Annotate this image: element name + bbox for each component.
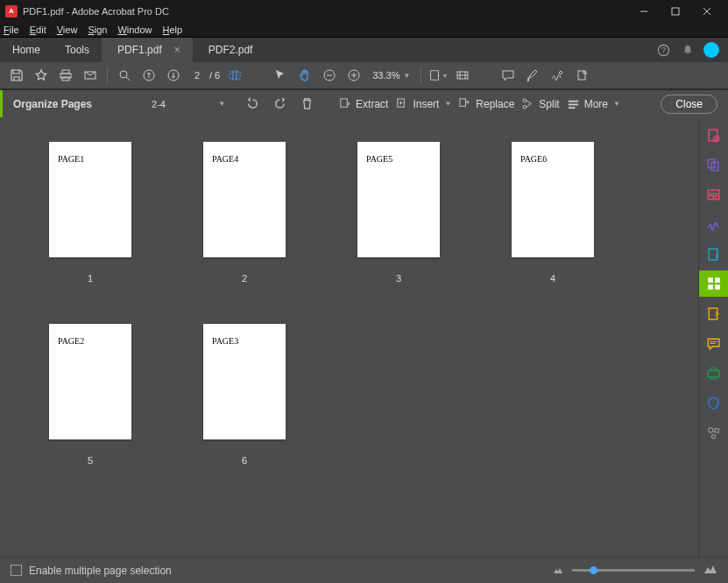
minimize-button[interactable]: [628, 0, 660, 22]
zoom-dropdown[interactable]: 33.3%▼: [372, 70, 410, 81]
menu-help[interactable]: Help: [163, 25, 183, 35]
zoom-out-icon[interactable]: [320, 66, 339, 85]
window-title: PDF1.pdf - Adobe Acrobat Pro DC: [23, 6, 628, 17]
svg-point-54: [709, 427, 713, 432]
page-thumbnail[interactable]: PAGE11: [49, 142, 131, 284]
signature-icon[interactable]: [548, 66, 567, 85]
menubar: File Edit View Sign Window Help: [0, 22, 728, 38]
svg-rect-46: [708, 284, 713, 290]
stamp-icon[interactable]: [572, 66, 591, 85]
email-icon[interactable]: [81, 66, 100, 85]
export-pdf-icon[interactable]: [705, 245, 723, 263]
rotate-left-button[interactable]: [243, 94, 263, 115]
svg-rect-34: [569, 104, 578, 106]
find-icon[interactable]: [115, 66, 134, 85]
page-thumbnail[interactable]: PAGE53: [357, 142, 440, 284]
save-icon[interactable]: [7, 66, 26, 85]
page-preview: PAGE6: [512, 142, 594, 257]
scan-ocr-icon[interactable]: [705, 364, 723, 382]
svg-rect-40: [708, 190, 719, 193]
right-tool-pane: [698, 117, 728, 557]
page-display-icon[interactable]: [453, 66, 472, 85]
app-icon: A: [5, 5, 18, 18]
menu-sign[interactable]: Sign: [88, 25, 107, 35]
close-organize-button[interactable]: Close: [661, 95, 717, 114]
menu-view[interactable]: View: [57, 25, 78, 35]
menu-edit[interactable]: Edit: [30, 25, 46, 35]
bell-icon[interactable]: [675, 38, 700, 62]
page-range-dropdown[interactable]: 2-4▼: [146, 95, 230, 113]
comment-icon[interactable]: [498, 66, 518, 85]
close-tab-icon[interactable]: ×: [174, 44, 180, 56]
page-number-label: 6: [242, 455, 247, 466]
more-button[interactable]: More▼: [563, 94, 624, 115]
hand-tool-icon[interactable]: [295, 66, 315, 85]
page-number-label: 2: [242, 273, 247, 284]
extract-button[interactable]: Extract: [335, 94, 392, 115]
organize-title: Organize Pages: [3, 98, 102, 110]
insert-button[interactable]: Insert▼: [392, 94, 455, 115]
prev-page-icon[interactable]: [139, 66, 159, 85]
svg-rect-33: [569, 101, 578, 102]
delete-button[interactable]: [297, 94, 317, 115]
select-tool-icon[interactable]: [271, 66, 290, 85]
fit-width-icon[interactable]: [225, 66, 244, 85]
svg-rect-6: [62, 70, 69, 74]
combine-files-icon[interactable]: [705, 156, 723, 173]
menu-file[interactable]: File: [4, 25, 19, 35]
svg-rect-45: [715, 277, 720, 283]
next-page-icon[interactable]: [164, 66, 183, 85]
thumbnail-zoom-slider[interactable]: [572, 569, 695, 572]
page-number-label: 4: [550, 273, 555, 284]
svg-point-55: [711, 434, 715, 438]
zoom-small-icon[interactable]: [553, 565, 563, 577]
page-thumbnail[interactable]: PAGE42: [203, 142, 286, 284]
svg-rect-35: [569, 107, 576, 109]
organize-pages-icon[interactable]: [699, 270, 729, 297]
svg-point-10: [120, 71, 127, 78]
page-number-label: 3: [396, 273, 401, 284]
rotate-right-button[interactable]: [270, 94, 290, 115]
tab-pdf1[interactable]: PDF1.pdf ×: [102, 38, 193, 62]
bottom-bar: Enable multiple page selection: [0, 557, 728, 583]
print-icon[interactable]: [56, 66, 75, 85]
svg-rect-27: [578, 71, 585, 80]
organize-toolbar: Organize Pages 2-4▼ Extract Insert▼ Repl…: [0, 89, 728, 117]
page-preview: PAGE2: [49, 324, 131, 439]
page-thumbnail[interactable]: PAGE25: [49, 324, 131, 466]
create-pdf-icon[interactable]: [705, 126, 723, 144]
svg-rect-41: [708, 195, 713, 199]
nav-home[interactable]: Home: [0, 38, 53, 62]
page-indicator[interactable]: 2 / 6: [188, 70, 220, 81]
page-thumbnail[interactable]: PAGE36: [203, 324, 286, 466]
page-thumbnail[interactable]: PAGE64: [512, 142, 594, 284]
more-tools-icon[interactable]: [705, 424, 723, 441]
page-thumbnail-area[interactable]: PAGE11PAGE42PAGE53PAGE64PAGE25PAGE36: [0, 117, 698, 557]
edit-pdf-icon[interactable]: [705, 186, 723, 203]
svg-rect-44: [708, 277, 713, 283]
nav-tools[interactable]: Tools: [53, 38, 102, 62]
fit-page-icon[interactable]: ▼: [428, 66, 448, 85]
send-comments-icon[interactable]: [705, 305, 723, 322]
svg-rect-48: [709, 308, 717, 320]
sign-icon[interactable]: [705, 215, 723, 233]
user-avatar[interactable]: [703, 42, 719, 58]
replace-button[interactable]: Replace: [455, 94, 518, 115]
zoom-in-icon[interactable]: [344, 66, 364, 85]
protect-icon[interactable]: [705, 394, 723, 411]
help-icon[interactable]: ?: [651, 38, 675, 62]
zoom-large-icon[interactable]: [703, 564, 717, 577]
titlebar: A PDF1.pdf - Adobe Acrobat Pro DC: [0, 0, 728, 22]
split-button[interactable]: Split: [518, 94, 562, 115]
comment-tool-icon[interactable]: [705, 334, 723, 352]
svg-point-32: [523, 105, 527, 109]
menu-window[interactable]: Window: [117, 25, 152, 35]
svg-text:?: ?: [661, 46, 666, 54]
maximize-button[interactable]: [660, 0, 691, 22]
tab-pdf2[interactable]: PDF2.pdf: [193, 38, 265, 62]
star-icon[interactable]: [32, 66, 51, 85]
close-window-button[interactable]: [691, 0, 723, 22]
highlight-icon[interactable]: [523, 66, 542, 85]
page-preview: PAGE5: [357, 142, 440, 257]
multi-select-checkbox[interactable]: [11, 565, 22, 576]
